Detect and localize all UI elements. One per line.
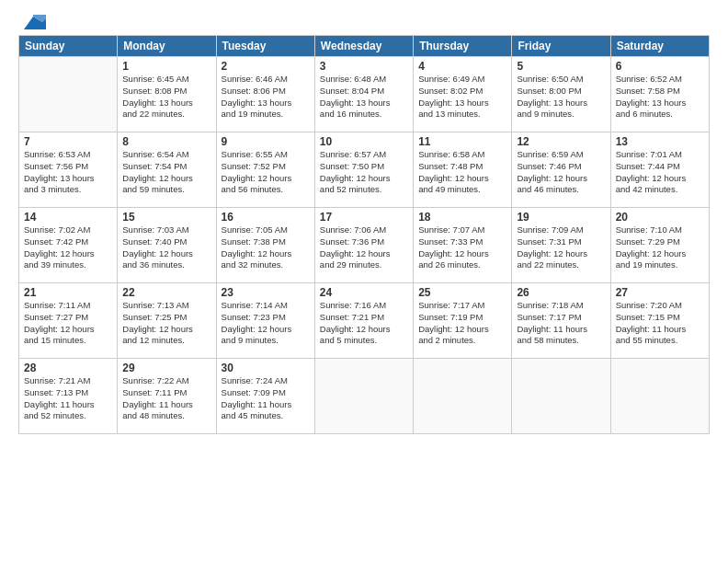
calendar-cell: 25Sunrise: 7:17 AM Sunset: 7:19 PM Dayli… bbox=[414, 283, 512, 359]
day-number: 22 bbox=[122, 286, 210, 299]
calendar-cell bbox=[414, 359, 512, 434]
calendar-cell: 18Sunrise: 7:07 AM Sunset: 7:33 PM Dayli… bbox=[414, 208, 512, 283]
day-info: Sunrise: 7:21 AM Sunset: 7:13 PM Dayligh… bbox=[24, 375, 112, 422]
calendar-week-row: 1Sunrise: 6:45 AM Sunset: 8:08 PM Daylig… bbox=[19, 57, 710, 132]
calendar-cell: 2Sunrise: 6:46 AM Sunset: 8:06 PM Daylig… bbox=[216, 57, 314, 132]
calendar-cell bbox=[512, 359, 610, 434]
day-info: Sunrise: 6:53 AM Sunset: 7:56 PM Dayligh… bbox=[24, 149, 112, 196]
calendar-cell: 12Sunrise: 6:59 AM Sunset: 7:46 PM Dayli… bbox=[512, 132, 610, 208]
weekday-header: Monday bbox=[118, 36, 216, 57]
weekday-header: Tuesday bbox=[216, 36, 314, 57]
day-info: Sunrise: 6:46 AM Sunset: 8:06 PM Dayligh… bbox=[222, 74, 310, 121]
day-info: Sunrise: 7:20 AM Sunset: 7:15 PM Dayligh… bbox=[616, 300, 704, 347]
calendar-body: 1Sunrise: 6:45 AM Sunset: 8:08 PM Daylig… bbox=[19, 57, 710, 434]
day-number: 10 bbox=[320, 135, 408, 148]
day-info: Sunrise: 7:24 AM Sunset: 7:09 PM Dayligh… bbox=[222, 375, 310, 422]
calendar-page: SundayMondayTuesdayWednesdayThursdayFrid… bbox=[0, 0, 728, 563]
calendar-cell: 16Sunrise: 7:05 AM Sunset: 7:38 PM Dayli… bbox=[216, 208, 314, 283]
day-number: 12 bbox=[517, 135, 605, 148]
calendar-cell: 19Sunrise: 7:09 AM Sunset: 7:31 PM Dayli… bbox=[512, 208, 610, 283]
day-info: Sunrise: 7:11 AM Sunset: 7:27 PM Dayligh… bbox=[24, 300, 112, 347]
calendar-cell: 10Sunrise: 6:57 AM Sunset: 7:50 PM Dayli… bbox=[314, 132, 413, 208]
weekday-header: Sunday bbox=[19, 36, 118, 57]
day-info: Sunrise: 7:09 AM Sunset: 7:31 PM Dayligh… bbox=[517, 224, 605, 271]
weekday-header: Saturday bbox=[610, 36, 709, 57]
calendar-header-row: SundayMondayTuesdayWednesdayThursdayFrid… bbox=[19, 36, 710, 57]
day-number: 15 bbox=[122, 211, 210, 224]
calendar-cell bbox=[19, 57, 118, 132]
day-info: Sunrise: 7:17 AM Sunset: 7:19 PM Dayligh… bbox=[418, 300, 506, 347]
day-info: Sunrise: 7:16 AM Sunset: 7:21 PM Dayligh… bbox=[320, 300, 408, 347]
day-number: 7 bbox=[24, 135, 112, 148]
day-number: 20 bbox=[616, 211, 704, 224]
weekday-header: Friday bbox=[512, 36, 610, 57]
day-number: 9 bbox=[222, 135, 310, 148]
day-number: 5 bbox=[517, 60, 605, 73]
day-number: 21 bbox=[24, 286, 112, 299]
day-number: 4 bbox=[418, 60, 506, 73]
calendar-cell: 17Sunrise: 7:06 AM Sunset: 7:36 PM Dayli… bbox=[314, 208, 413, 283]
calendar-cell: 15Sunrise: 7:03 AM Sunset: 7:40 PM Dayli… bbox=[118, 208, 216, 283]
day-info: Sunrise: 6:55 AM Sunset: 7:52 PM Dayligh… bbox=[222, 149, 310, 196]
calendar-cell: 30Sunrise: 7:24 AM Sunset: 7:09 PM Dayli… bbox=[216, 359, 314, 434]
logo-icon bbox=[20, 15, 46, 31]
day-info: Sunrise: 6:57 AM Sunset: 7:50 PM Dayligh… bbox=[320, 149, 408, 196]
day-info: Sunrise: 7:01 AM Sunset: 7:44 PM Dayligh… bbox=[616, 149, 704, 196]
logo bbox=[18, 15, 46, 28]
calendar-cell: 13Sunrise: 7:01 AM Sunset: 7:44 PM Dayli… bbox=[610, 132, 709, 208]
day-number: 23 bbox=[222, 286, 310, 299]
header bbox=[18, 15, 710, 28]
day-info: Sunrise: 6:49 AM Sunset: 8:02 PM Dayligh… bbox=[418, 74, 506, 121]
day-info: Sunrise: 6:50 AM Sunset: 8:00 PM Dayligh… bbox=[517, 74, 605, 121]
day-info: Sunrise: 7:03 AM Sunset: 7:40 PM Dayligh… bbox=[122, 224, 210, 271]
day-info: Sunrise: 6:54 AM Sunset: 7:54 PM Dayligh… bbox=[122, 149, 210, 196]
calendar-cell: 8Sunrise: 6:54 AM Sunset: 7:54 PM Daylig… bbox=[118, 132, 216, 208]
day-number: 27 bbox=[616, 286, 704, 299]
day-info: Sunrise: 6:58 AM Sunset: 7:48 PM Dayligh… bbox=[418, 149, 506, 196]
calendar-cell: 21Sunrise: 7:11 AM Sunset: 7:27 PM Dayli… bbox=[19, 283, 118, 359]
day-number: 1 bbox=[122, 60, 210, 73]
calendar-cell: 20Sunrise: 7:10 AM Sunset: 7:29 PM Dayli… bbox=[610, 208, 709, 283]
day-number: 11 bbox=[418, 135, 506, 148]
day-number: 24 bbox=[320, 286, 408, 299]
day-info: Sunrise: 7:18 AM Sunset: 7:17 PM Dayligh… bbox=[517, 300, 605, 347]
day-number: 17 bbox=[320, 211, 408, 224]
day-info: Sunrise: 6:59 AM Sunset: 7:46 PM Dayligh… bbox=[517, 149, 605, 196]
day-number: 26 bbox=[517, 286, 605, 299]
day-info: Sunrise: 6:45 AM Sunset: 8:08 PM Dayligh… bbox=[122, 74, 210, 121]
calendar-cell: 3Sunrise: 6:48 AM Sunset: 8:04 PM Daylig… bbox=[314, 57, 413, 132]
day-info: Sunrise: 6:48 AM Sunset: 8:04 PM Dayligh… bbox=[320, 74, 408, 121]
calendar-cell: 28Sunrise: 7:21 AM Sunset: 7:13 PM Dayli… bbox=[19, 359, 118, 434]
day-info: Sunrise: 7:14 AM Sunset: 7:23 PM Dayligh… bbox=[222, 300, 310, 347]
day-number: 28 bbox=[24, 362, 112, 374]
day-number: 25 bbox=[418, 286, 506, 299]
day-info: Sunrise: 7:07 AM Sunset: 7:33 PM Dayligh… bbox=[418, 224, 506, 271]
calendar-table: SundayMondayTuesdayWednesdayThursdayFrid… bbox=[18, 35, 710, 434]
calendar-cell: 6Sunrise: 6:52 AM Sunset: 7:58 PM Daylig… bbox=[610, 57, 709, 132]
day-info: Sunrise: 7:22 AM Sunset: 7:11 PM Dayligh… bbox=[122, 375, 210, 422]
calendar-cell: 4Sunrise: 6:49 AM Sunset: 8:02 PM Daylig… bbox=[414, 57, 512, 132]
calendar-cell: 9Sunrise: 6:55 AM Sunset: 7:52 PM Daylig… bbox=[216, 132, 314, 208]
day-info: Sunrise: 7:05 AM Sunset: 7:38 PM Dayligh… bbox=[222, 224, 310, 271]
calendar-cell: 5Sunrise: 6:50 AM Sunset: 8:00 PM Daylig… bbox=[512, 57, 610, 132]
weekday-header: Thursday bbox=[414, 36, 512, 57]
calendar-cell: 14Sunrise: 7:02 AM Sunset: 7:42 PM Dayli… bbox=[19, 208, 118, 283]
day-number: 8 bbox=[122, 135, 210, 148]
day-number: 19 bbox=[517, 211, 605, 224]
calendar-cell: 22Sunrise: 7:13 AM Sunset: 7:25 PM Dayli… bbox=[118, 283, 216, 359]
weekday-header: Wednesday bbox=[314, 36, 413, 57]
calendar-cell: 11Sunrise: 6:58 AM Sunset: 7:48 PM Dayli… bbox=[414, 132, 512, 208]
day-info: Sunrise: 7:10 AM Sunset: 7:29 PM Dayligh… bbox=[616, 224, 704, 271]
day-number: 6 bbox=[616, 60, 704, 73]
day-number: 13 bbox=[616, 135, 704, 148]
day-number: 14 bbox=[24, 211, 112, 224]
calendar-cell: 7Sunrise: 6:53 AM Sunset: 7:56 PM Daylig… bbox=[19, 132, 118, 208]
day-number: 16 bbox=[222, 211, 310, 224]
calendar-cell: 26Sunrise: 7:18 AM Sunset: 7:17 PM Dayli… bbox=[512, 283, 610, 359]
day-info: Sunrise: 7:02 AM Sunset: 7:42 PM Dayligh… bbox=[24, 224, 112, 271]
day-number: 18 bbox=[418, 211, 506, 224]
day-info: Sunrise: 6:52 AM Sunset: 7:58 PM Dayligh… bbox=[616, 74, 704, 121]
day-number: 29 bbox=[122, 362, 210, 374]
day-info: Sunrise: 7:06 AM Sunset: 7:36 PM Dayligh… bbox=[320, 224, 408, 271]
calendar-week-row: 21Sunrise: 7:11 AM Sunset: 7:27 PM Dayli… bbox=[19, 283, 710, 359]
